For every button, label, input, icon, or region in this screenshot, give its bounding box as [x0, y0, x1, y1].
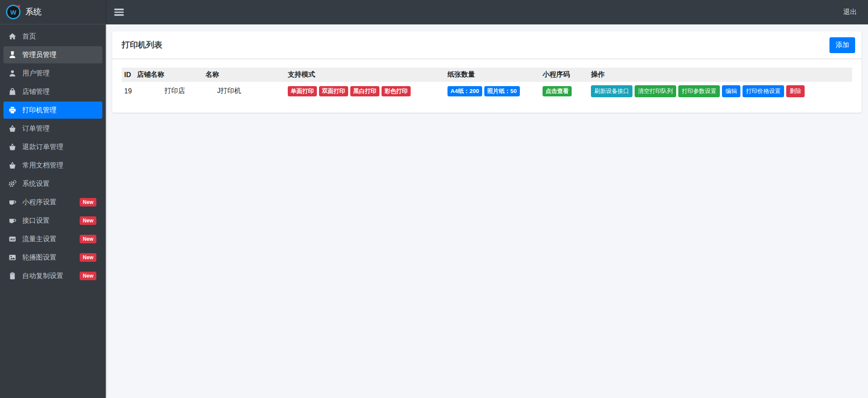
page-title: 打印机列表 [122, 39, 162, 51]
brand-title: 系统 [25, 6, 42, 18]
svg-text:Ad: Ad [10, 237, 15, 241]
sidebar-item-admin-management[interactable]: 管理员管理 [3, 46, 102, 63]
sidebar-item-api-settings[interactable]: 接口设置New [3, 212, 102, 229]
sidebar-item-label: 订单管理 [22, 124, 50, 133]
sidebar-item-system-settings[interactable]: 系统设置 [3, 175, 102, 192]
sidebar-item-shop-management[interactable]: 店铺管理 [3, 83, 102, 100]
table-header-row: ID店铺名称名称支持模式纸张数量小程序码操作 [122, 68, 852, 82]
column-header: 店铺名称 [134, 68, 203, 82]
sidebar-item-user-management[interactable]: 用户管理 [3, 65, 102, 82]
home-icon [7, 32, 18, 41]
cell-printer-name: J打印机 [203, 82, 285, 101]
basket-icon [7, 143, 18, 151]
coffee-icon [7, 216, 18, 225]
cell-paper: A4纸：200照片纸：50 [445, 82, 540, 101]
basket-icon [7, 161, 18, 170]
card-body: ID店铺名称名称支持模式纸张数量小程序码操作 19打印店J打印机单面打印双面打印… [112, 59, 862, 113]
printer-icon [7, 106, 18, 114]
topbar: 退出 [106, 0, 868, 24]
sidebar-item-label: 系统设置 [22, 180, 50, 189]
cell-shop-name: 打印店 [134, 82, 203, 101]
sidebar-item-label: 自动复制设置 [22, 272, 63, 281]
sidebar-item-ad-settings[interactable]: Ad流量主设置New [3, 230, 102, 248]
gears-icon [7, 180, 18, 188]
basket-icon [7, 124, 18, 133]
column-header: 支持模式 [285, 68, 445, 82]
sidebar-item-document-management[interactable]: 常用文档管理 [3, 157, 102, 174]
action-button-clear-print-queue[interactable]: 清空打印队列 [635, 85, 676, 97]
action-button-edit[interactable]: 编辑 [722, 85, 740, 97]
sidebar-item-autocopy-settings[interactable]: 自动复制设置New [3, 267, 102, 284]
sidebar-item-label: 用户管理 [22, 69, 50, 78]
sidebar-item-label: 首页 [22, 32, 36, 41]
printer-list-card: 打印机列表 添加 ID店铺名称名称支持模式纸张数量小程序码操作 19打印店J打印… [112, 31, 862, 113]
admin-icon [7, 51, 18, 59]
menu-toggle-icon[interactable] [114, 9, 124, 16]
mode-badge: 彩色打印 [382, 86, 411, 96]
column-header: 名称 [203, 68, 285, 82]
sidebar-item-home[interactable]: 首页 [3, 28, 102, 45]
cell-modes: 单面打印双面打印黑白打印彩色打印 [285, 82, 445, 101]
action-button-delete[interactable]: 删除 [786, 85, 805, 97]
image-icon [7, 253, 18, 262]
sidebar-item-label: 常用文档管理 [22, 161, 63, 170]
paper-badge: 照片纸：50 [484, 86, 520, 96]
sidebar-item-label: 店铺管理 [22, 87, 50, 96]
qrcode-view-badge[interactable]: 点击查看 [543, 86, 572, 96]
sidebar-item-miniprogram-settings[interactable]: 小程序设置New [3, 194, 102, 211]
user-icon [7, 69, 18, 78]
table-row: 19打印店J打印机单面打印双面打印黑白打印彩色打印A4纸：200照片纸：50点击… [122, 82, 852, 101]
sidebar-item-printer-management[interactable]: 打印机管理 [3, 102, 102, 119]
printer-table: ID店铺名称名称支持模式纸张数量小程序码操作 19打印店J打印机单面打印双面打印… [122, 68, 852, 101]
new-badge: New [80, 235, 96, 243]
sidebar: W 系统 首页管理员管理用户管理店铺管理打印机管理订单管理退款订单管理常用文档管… [0, 0, 106, 398]
sidebar-item-label: 接口设置 [22, 216, 50, 225]
main-content: 打印机列表 添加 ID店铺名称名称支持模式纸张数量小程序码操作 19打印店J打印… [106, 24, 868, 398]
add-button[interactable]: 添加 [829, 37, 855, 53]
paper-badge: A4纸：200 [447, 86, 482, 96]
cell-qrcode: 点击查看 [540, 82, 588, 101]
sidebar-menu: 首页管理员管理用户管理店铺管理打印机管理订单管理退款订单管理常用文档管理系统设置… [0, 24, 106, 289]
action-button-refresh-device-api[interactable]: 刷新设备接口 [591, 85, 632, 97]
bag-icon [7, 87, 18, 96]
sidebar-item-refund-order-management[interactable]: 退款订单管理 [3, 138, 102, 156]
logout-link[interactable]: 退出 [843, 8, 857, 17]
brand-logo-letter: W [10, 9, 16, 16]
cell-id: 19 [122, 82, 134, 101]
action-button-print-param-settings[interactable]: 打印参数设置 [678, 85, 720, 97]
new-badge: New [80, 272, 96, 280]
ad-icon: Ad [7, 235, 18, 243]
mode-badge: 单面打印 [288, 86, 317, 96]
new-badge: New [80, 253, 96, 262]
mode-badge: 黑白打印 [350, 86, 379, 96]
clipboard-icon [7, 272, 18, 280]
sidebar-item-label: 打印机管理 [22, 106, 57, 115]
card-header: 打印机列表 添加 [112, 31, 862, 59]
column-header: 纸张数量 [445, 68, 540, 82]
column-header: ID [122, 68, 134, 82]
sidebar-item-label: 小程序设置 [22, 198, 57, 207]
table-body: 19打印店J打印机单面打印双面打印黑白打印彩色打印A4纸：200照片纸：50点击… [122, 82, 852, 101]
column-header: 操作 [588, 68, 852, 82]
coffee-icon [7, 198, 18, 206]
sidebar-item-label: 流量主设置 [22, 235, 57, 244]
mode-badge: 双面打印 [319, 86, 348, 96]
action-button-print-price-settings[interactable]: 打印价格设置 [743, 85, 784, 97]
sidebar-item-order-management[interactable]: 订单管理 [3, 120, 102, 137]
brand-logo-icon: W [6, 5, 21, 19]
sidebar-item-label: 轮播图设置 [22, 253, 57, 262]
sidebar-item-label: 管理员管理 [22, 51, 57, 60]
new-badge: New [80, 198, 96, 206]
column-header: 小程序码 [540, 68, 588, 82]
sidebar-item-carousel-settings[interactable]: 轮播图设置New [3, 249, 102, 266]
brand[interactable]: W 系统 [0, 0, 106, 24]
sidebar-item-label: 退款订单管理 [22, 143, 63, 152]
new-badge: New [80, 216, 96, 225]
cell-actions: 刷新设备接口清空打印队列打印参数设置编辑打印价格设置删除 [588, 82, 852, 101]
